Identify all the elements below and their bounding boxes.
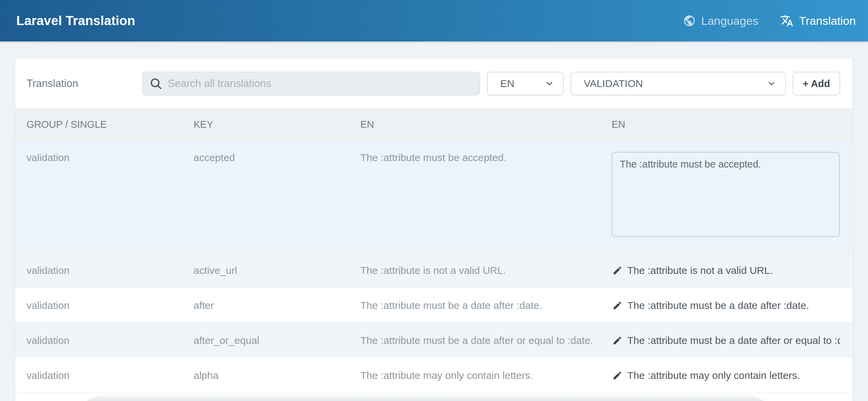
cell-group: validation bbox=[26, 369, 194, 382]
cell-key: alpha bbox=[194, 369, 360, 382]
column-header-key: KEY bbox=[194, 119, 360, 130]
translation-card: Translation EN VALIDATION + Add GROUP / … bbox=[15, 58, 852, 401]
search-icon bbox=[149, 77, 162, 90]
translate-icon bbox=[780, 14, 794, 28]
table-row[interactable]: validation alpha The :attribute may only… bbox=[15, 358, 852, 393]
app-title: Laravel Translation bbox=[16, 14, 135, 28]
cell-key: after bbox=[194, 299, 360, 312]
edit-pencil-icon[interactable] bbox=[612, 265, 622, 276]
translation-text: The :attribute is not a valid URL. bbox=[627, 264, 773, 277]
language-select[interactable]: EN bbox=[487, 72, 564, 95]
nav-item-label: Translation bbox=[799, 14, 856, 28]
top-navbar: Laravel Translation Languages Translatio… bbox=[0, 0, 868, 41]
nav-item-translation[interactable]: Translation bbox=[780, 14, 856, 28]
search-input[interactable] bbox=[168, 77, 473, 90]
table-row[interactable]: validation after_or_equal The :attribute… bbox=[15, 322, 852, 358]
edit-pencil-icon[interactable] bbox=[612, 335, 622, 346]
cell-source: The :attribute must be a date after or e… bbox=[360, 334, 612, 347]
translation-editor-textarea[interactable]: The :attribute must be accepted. bbox=[612, 152, 840, 237]
cell-translation: The :attribute must be a date after :dat… bbox=[612, 299, 840, 312]
column-header-source-lang: EN bbox=[360, 119, 612, 130]
column-header-target-lang: EN bbox=[612, 119, 840, 130]
edit-pencil-icon[interactable] bbox=[612, 370, 622, 381]
nav-links: Languages Translation bbox=[683, 14, 856, 28]
globe-icon bbox=[683, 14, 696, 27]
translation-text: The :attribute may only contain letters. bbox=[627, 369, 800, 382]
cell-key: active_url bbox=[194, 264, 360, 277]
cell-source: The :attribute must be a date after :dat… bbox=[360, 299, 612, 312]
cell-translation: The :attribute may only contain letters. bbox=[612, 369, 840, 382]
translation-text: The :attribute must be a date after or e… bbox=[627, 334, 840, 347]
group-select-value: VALIDATION bbox=[584, 78, 760, 89]
cell-group: validation bbox=[26, 151, 194, 164]
cell-key: accepted bbox=[194, 151, 360, 164]
table-header-row: GROUP / SINGLE KEY EN EN bbox=[15, 109, 852, 140]
toolbar: Translation EN VALIDATION + Add bbox=[15, 58, 852, 109]
table-row[interactable]: validation after The :attribute must be … bbox=[15, 287, 852, 322]
cell-key: after_or_equal bbox=[194, 334, 360, 347]
cell-source: The :attribute must be accepted. bbox=[360, 151, 612, 164]
chevron-down-icon bbox=[545, 79, 554, 88]
group-select[interactable]: VALIDATION bbox=[571, 72, 786, 95]
translation-text: The :attribute must be a date after :dat… bbox=[627, 299, 809, 312]
cell-source: The :attribute may only contain letters. bbox=[360, 369, 612, 382]
cell-source: The :attribute is not a valid URL. bbox=[360, 264, 612, 277]
table-row[interactable]: validation active_url The :attribute is … bbox=[15, 252, 852, 287]
edit-pencil-icon[interactable] bbox=[612, 300, 622, 311]
column-header-group: GROUP / SINGLE bbox=[26, 119, 194, 130]
cell-translation: The :attribute must be accepted. bbox=[612, 151, 840, 237]
cell-group: validation bbox=[26, 264, 194, 277]
cell-translation: The :attribute must be a date after or e… bbox=[612, 334, 840, 347]
cell-translation: The :attribute is not a valid URL. bbox=[612, 264, 840, 277]
search-box bbox=[142, 72, 480, 95]
panel-title: Translation bbox=[26, 77, 142, 90]
nav-item-label: Languages bbox=[701, 14, 758, 28]
language-select-value: EN bbox=[500, 78, 538, 89]
chevron-down-icon bbox=[767, 79, 776, 88]
nav-item-languages[interactable]: Languages bbox=[683, 14, 758, 28]
table-row[interactable]: validation accepted The :attribute must … bbox=[15, 140, 852, 252]
cell-group: validation bbox=[26, 334, 194, 347]
add-button[interactable]: + Add bbox=[793, 72, 840, 95]
cell-group: validation bbox=[26, 299, 194, 312]
